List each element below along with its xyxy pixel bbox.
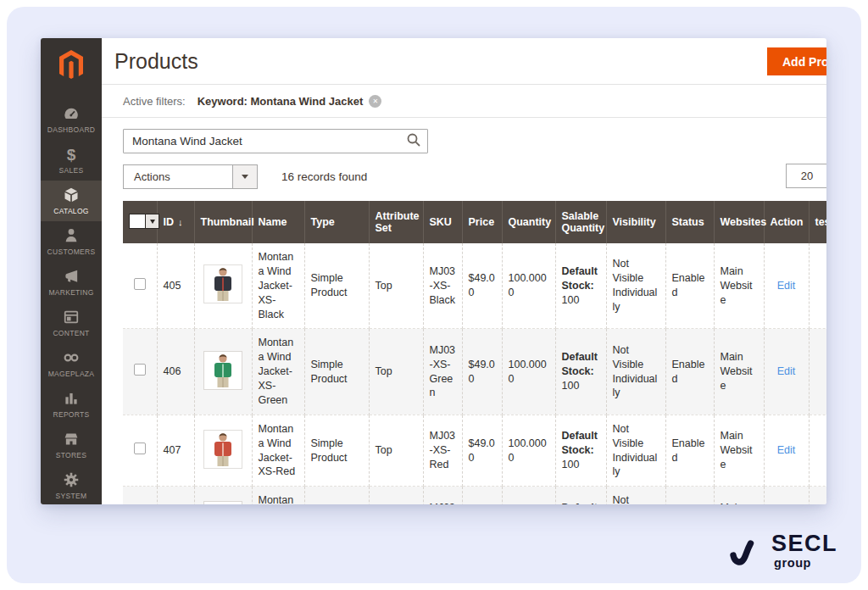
cell-status: Enabled <box>665 487 714 504</box>
row-checkbox[interactable] <box>134 278 146 290</box>
add-product-button[interactable]: Add Product <box>767 47 826 75</box>
cell-price: $49.00 <box>462 415 502 487</box>
magento-logo-icon <box>56 48 86 82</box>
model-photo <box>204 352 242 389</box>
column-header-type[interactable]: Type <box>304 201 369 243</box>
column-header-name[interactable]: Name <box>252 201 304 243</box>
sidebar-item-content[interactable]: CONTENT <box>41 303 102 343</box>
cell-attribute-set: Top <box>369 415 423 487</box>
product-thumbnail[interactable] <box>203 501 242 504</box>
cell-id: 408 <box>157 487 194 504</box>
cell-visibility: Not Visible Individually <box>606 415 665 487</box>
per-page-value: 20 <box>787 164 826 187</box>
row-checkbox[interactable] <box>134 442 146 454</box>
main-content: Products Add Product Active filters: Key… <box>102 38 826 504</box>
sidebar-item-dashboard[interactable]: DASHBOARD <box>41 99 102 140</box>
cell-id: 405 <box>157 243 194 329</box>
sidebar-item-reports[interactable]: REPORTS <box>41 384 102 425</box>
sidebar: DASHBOARD $ SALES CATALOG <box>41 38 102 504</box>
sidebar-item-customers[interactable]: CUSTOMERS <box>41 221 102 262</box>
cell-test <box>809 329 826 415</box>
cell-websites: Main Website <box>714 243 764 329</box>
product-thumbnail[interactable] <box>203 351 242 390</box>
customers-icon <box>62 226 81 245</box>
cell-visibility: Not Visible Individually <box>606 243 665 329</box>
search-icon <box>406 132 421 148</box>
edit-link[interactable]: Edit <box>777 444 796 456</box>
model-photo <box>204 265 242 303</box>
sidebar-item-sales[interactable]: $ SALES <box>41 140 102 181</box>
cell-name: Montana Wind Jacket-S-Black <box>252 487 304 504</box>
table-row: 408 Montana Wind Jacket-S-Black <box>123 487 826 504</box>
cell-visibility: Not Visible Individually <box>606 329 665 415</box>
column-header-test[interactable]: test <box>809 201 826 243</box>
brand-name: SECL <box>771 532 837 555</box>
sidebar-item-stores[interactable]: STORES <box>41 425 102 465</box>
sidebar-item-marketing[interactable]: MARKETING <box>41 262 102 303</box>
sidebar-item-label: MAGEPLAZA <box>48 370 95 378</box>
dashboard-icon <box>62 104 81 123</box>
actions-select-value: Actions <box>124 165 232 188</box>
cell-price: $49.00 <box>462 487 502 504</box>
search-button[interactable] <box>403 131 425 151</box>
cell-quantity: 100.0000 <box>502 243 555 329</box>
cell-salable-quantity: Default Stock:100 <box>555 243 606 329</box>
product-thumbnail[interactable] <box>203 430 242 469</box>
product-thumbnail[interactable] <box>203 264 242 303</box>
cell-price: $49.00 <box>462 329 502 415</box>
column-header-sku[interactable]: SKU <box>423 201 462 243</box>
column-header-thumbnail[interactable]: Thumbnail <box>194 201 252 243</box>
table-header-row: ID↓ Thumbnail Name Type Attribute Set SK… <box>123 201 826 243</box>
products-table: ID↓ Thumbnail Name Type Attribute Set SK… <box>123 201 826 504</box>
cell-websites: Main Website <box>714 487 764 504</box>
admin-window: DASHBOARD $ SALES CATALOG <box>41 38 826 504</box>
sidebar-item-catalog[interactable]: CATALOG <box>41 181 102 221</box>
column-header-quantity[interactable]: Quantity <box>502 201 555 243</box>
records-found-text: 16 records found <box>281 170 367 183</box>
brand-sub: group <box>774 557 837 570</box>
per-page-select[interactable]: 20 <box>786 164 826 188</box>
cell-sku: MJ03-XS-Green <box>423 329 462 415</box>
cell-type: Simple Product <box>304 243 369 329</box>
model-photo <box>204 431 242 468</box>
select-all-dropdown[interactable] <box>129 214 159 229</box>
column-header-websites[interactable]: Websites <box>714 201 764 243</box>
cell-sku: MJ03-S-Black <box>423 487 462 504</box>
column-header-price[interactable]: Price <box>462 201 502 243</box>
edit-link[interactable]: Edit <box>777 365 796 377</box>
column-header-action[interactable]: Action <box>764 201 809 243</box>
edit-link[interactable]: Edit <box>777 280 796 292</box>
select-all-header <box>123 201 157 243</box>
cell-id: 407 <box>157 415 194 487</box>
column-header-attribute-set[interactable]: Attribute Set <box>369 201 423 243</box>
actions-select[interactable]: Actions <box>123 164 258 189</box>
cell-sku: MJ03-XS-Black <box>423 243 462 329</box>
remove-filter-icon[interactable] <box>369 95 381 108</box>
row-checkbox[interactable] <box>134 364 146 376</box>
secl-swoosh-icon <box>727 532 763 570</box>
cell-attribute-set: Top <box>369 243 423 329</box>
cell-websites: Main Website <box>714 329 764 415</box>
search-input[interactable] <box>123 129 428 153</box>
cell-type: Simple Product <box>304 487 369 504</box>
cell-name: Montana Wind Jacket-XS-Red <box>252 415 304 487</box>
cell-attribute-set: Top <box>369 329 423 415</box>
sidebar-item-system[interactable]: SYSTEM <box>41 465 102 504</box>
cell-salable-quantity: Default Stock:100 <box>555 415 606 487</box>
cell-websites: Main Website <box>714 415 764 487</box>
cell-status: Enabled <box>665 243 714 329</box>
column-header-salable-quantity[interactable]: Salable Quantity <box>555 201 606 243</box>
column-header-status[interactable]: Status <box>665 201 714 243</box>
page-header: Products Add Product <box>102 38 826 85</box>
cell-price: $49.00 <box>462 243 502 329</box>
sidebar-item-mageplaza[interactable]: MAGEPLAZA <box>41 343 102 384</box>
magento-logo[interactable] <box>56 38 86 94</box>
sales-icon: $ <box>62 145 81 164</box>
column-header-visibility[interactable]: Visibility <box>606 201 665 243</box>
table-row: 406 Montana Wind Jacket-XS-Green <box>123 329 826 415</box>
cell-test <box>809 487 826 504</box>
cell-status: Enabled <box>665 415 714 487</box>
column-header-id[interactable]: ID↓ <box>157 201 194 243</box>
active-filters-label: Active filters: <box>123 95 186 108</box>
reports-icon <box>62 389 81 408</box>
